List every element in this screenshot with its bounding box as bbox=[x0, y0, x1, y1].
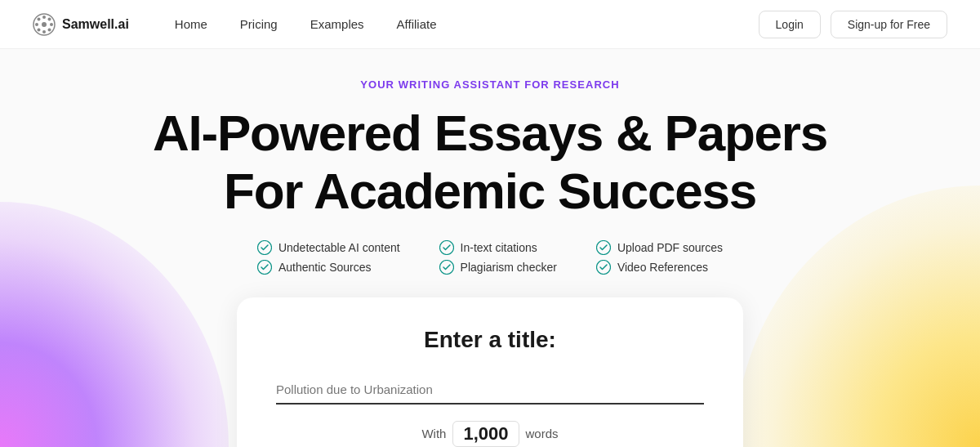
feature-undetectable: Undetectable AI content bbox=[257, 240, 400, 255]
feature-authentic-sources: Authentic Sources bbox=[257, 260, 400, 275]
check-icon-6 bbox=[596, 260, 611, 275]
hero-subtitle: YOUR WRITING ASSISTANT FOR RESEARCH bbox=[360, 78, 619, 91]
logo[interactable]: Samwell.ai bbox=[33, 13, 129, 36]
hero-title-line1: AI-Powered Essays & Papers bbox=[153, 105, 827, 161]
feature-plagiarism: Plagiarism checker bbox=[439, 260, 557, 275]
navigation: Samwell.ai Home Pricing Examples Affilia… bbox=[0, 0, 980, 49]
feature-label-4: Authentic Sources bbox=[278, 261, 372, 274]
svg-point-2 bbox=[42, 16, 46, 19]
words-prefix: With bbox=[421, 427, 446, 440]
logo-icon bbox=[33, 13, 56, 36]
nav-item-affiliate[interactable]: Affiliate bbox=[384, 11, 450, 38]
check-icon-2 bbox=[439, 240, 454, 255]
signup-button[interactable]: Sign-up for Free bbox=[831, 11, 947, 38]
check-icon-4 bbox=[257, 260, 272, 275]
logo-text: Samwell.ai bbox=[62, 17, 129, 32]
hero-title-line2: For Academic Success bbox=[224, 163, 756, 219]
words-row: With 1,000 words bbox=[276, 421, 704, 447]
svg-point-1 bbox=[42, 22, 47, 27]
svg-point-8 bbox=[48, 17, 51, 20]
hero-title: AI-Powered Essays & Papers For Academic … bbox=[153, 104, 827, 221]
card-title: Enter a title: bbox=[276, 327, 704, 353]
essay-card: Enter a title: With 1,000 words bbox=[237, 297, 743, 447]
nav-item-home[interactable]: Home bbox=[162, 11, 220, 38]
svg-point-7 bbox=[48, 28, 51, 31]
words-suffix: words bbox=[526, 427, 559, 440]
svg-point-6 bbox=[38, 17, 41, 20]
feature-label-6: Video References bbox=[617, 261, 708, 274]
login-button[interactable]: Login bbox=[759, 11, 821, 38]
feature-label-5: Plagiarism checker bbox=[461, 261, 557, 274]
nav-actions: Login Sign-up for Free bbox=[759, 11, 947, 38]
feature-upload-pdf: Upload PDF sources bbox=[596, 240, 723, 255]
feature-citations: In-text citations bbox=[439, 240, 557, 255]
feature-video-references: Video References bbox=[596, 260, 723, 275]
check-icon-3 bbox=[596, 240, 611, 255]
svg-point-4 bbox=[35, 23, 38, 26]
feature-label-1: Undetectable AI content bbox=[278, 241, 400, 254]
words-count[interactable]: 1,000 bbox=[452, 421, 519, 447]
nav-links: Home Pricing Examples Affiliate bbox=[162, 11, 759, 38]
features-grid: Undetectable AI content In-text citation… bbox=[257, 240, 723, 275]
check-icon-5 bbox=[439, 260, 454, 275]
nav-item-examples[interactable]: Examples bbox=[297, 11, 377, 38]
svg-point-3 bbox=[42, 30, 46, 34]
svg-point-9 bbox=[38, 28, 41, 31]
main-content: YOUR WRITING ASSISTANT FOR RESEARCH AI-P… bbox=[0, 49, 980, 447]
check-icon-1 bbox=[257, 240, 272, 255]
feature-label-2: In-text citations bbox=[461, 241, 537, 254]
svg-point-5 bbox=[50, 23, 53, 26]
nav-item-pricing[interactable]: Pricing bbox=[227, 11, 291, 38]
feature-label-3: Upload PDF sources bbox=[617, 241, 723, 254]
title-input[interactable] bbox=[276, 376, 704, 405]
